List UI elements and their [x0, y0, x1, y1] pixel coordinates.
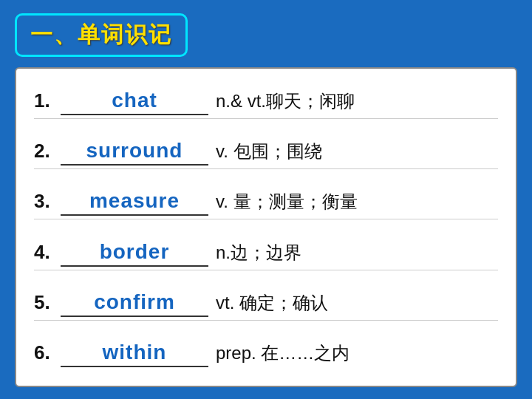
vocab-word: chat	[61, 89, 208, 115]
vocab-number: 5.	[34, 291, 61, 314]
section-title-box: 一、单词识记	[15, 13, 188, 57]
vocab-definition: v. 量；测量；衡量	[216, 190, 498, 214]
vocab-row: 6.withinprep. 在……之内	[34, 336, 498, 370]
vocab-definition: n.边；边界	[216, 241, 498, 265]
vocab-definition: v. 包围；围绕	[216, 140, 498, 163]
vocab-number: 6.	[34, 341, 61, 364]
vocab-definition: vt. 确定；确认	[216, 291, 498, 315]
vocab-number: 1.	[34, 89, 61, 112]
vocab-number: 4.	[34, 241, 61, 264]
vocab-definition: n.& vt.聊天；闲聊	[216, 89, 498, 113]
vocab-word: measure	[61, 189, 208, 216]
vocab-definition: prep. 在……之内	[216, 341, 498, 365]
vocab-row: 4.bordern.边；边界	[34, 236, 498, 270]
section-title: 一、单词识记	[30, 22, 172, 47]
vocab-row: 2.surroundv. 包围；围绕	[34, 134, 498, 169]
vocab-word: surround	[61, 139, 208, 166]
vocab-number: 2.	[34, 140, 61, 163]
vocab-word: within	[61, 341, 208, 367]
vocab-row: 1.chatn.& vt.聊天；闲聊	[34, 84, 498, 119]
vocab-word: border	[61, 240, 208, 267]
vocab-number: 3.	[34, 190, 61, 213]
vocab-row: 5.confirmvt. 确定；确认	[34, 286, 498, 321]
vocab-card: 1.chatn.& vt.聊天；闲聊2.surroundv. 包围；围绕3.me…	[15, 67, 517, 387]
vocab-word: confirm	[61, 290, 208, 317]
vocab-row: 3.measurev. 量；测量；衡量	[34, 185, 498, 219]
